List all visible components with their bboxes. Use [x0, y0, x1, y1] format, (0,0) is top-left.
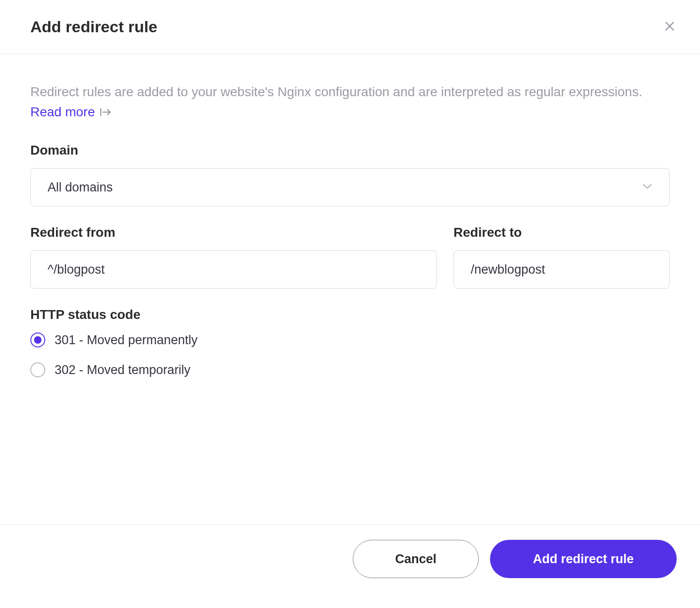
- redirect-from-group: Redirect from: [30, 225, 437, 289]
- domain-select[interactable]: [30, 168, 670, 206]
- radio-301-label: 301 - Moved permanently: [55, 333, 197, 347]
- description-text: Redirect rules are added to your website…: [30, 82, 670, 102]
- radio-301[interactable]: 301 - Moved permanently: [30, 332, 670, 347]
- redirect-to-input[interactable]: [454, 250, 670, 289]
- submit-button[interactable]: Add redirect rule: [490, 540, 677, 578]
- radio-indicator-icon: [30, 362, 45, 377]
- domain-select-wrap: [30, 168, 670, 206]
- status-code-label: HTTP status code: [30, 307, 670, 322]
- modal-footer: Cancel Add redirect rule: [0, 524, 700, 608]
- redirect-from-input[interactable]: [30, 250, 437, 289]
- status-code-group: HTTP status code 301 - Moved permanently…: [30, 307, 670, 377]
- radio-302[interactable]: 302 - Moved temporarily: [30, 362, 670, 377]
- modal-body: Redirect rules are added to your website…: [0, 54, 700, 415]
- domain-field-group: Domain: [30, 143, 670, 206]
- redirect-from-label: Redirect from: [30, 225, 437, 240]
- cancel-button[interactable]: Cancel: [353, 540, 479, 578]
- radio-indicator-icon: [30, 332, 45, 347]
- radio-302-label: 302 - Moved temporarily: [55, 363, 190, 377]
- read-more-link[interactable]: Read more: [30, 105, 112, 120]
- close-icon: [664, 20, 676, 34]
- status-code-radio-group: 301 - Moved permanently 302 - Moved temp…: [30, 332, 670, 377]
- domain-label: Domain: [30, 143, 670, 158]
- close-button[interactable]: [663, 20, 677, 34]
- modal-header: Add redirect rule: [0, 0, 700, 54]
- redirect-row: Redirect from Redirect to: [30, 225, 670, 307]
- modal-title: Add redirect rule: [30, 18, 157, 36]
- read-more-label: Read more: [30, 105, 95, 120]
- redirect-to-label: Redirect to: [454, 225, 670, 240]
- external-link-icon: [100, 107, 112, 117]
- redirect-to-group: Redirect to: [454, 225, 670, 289]
